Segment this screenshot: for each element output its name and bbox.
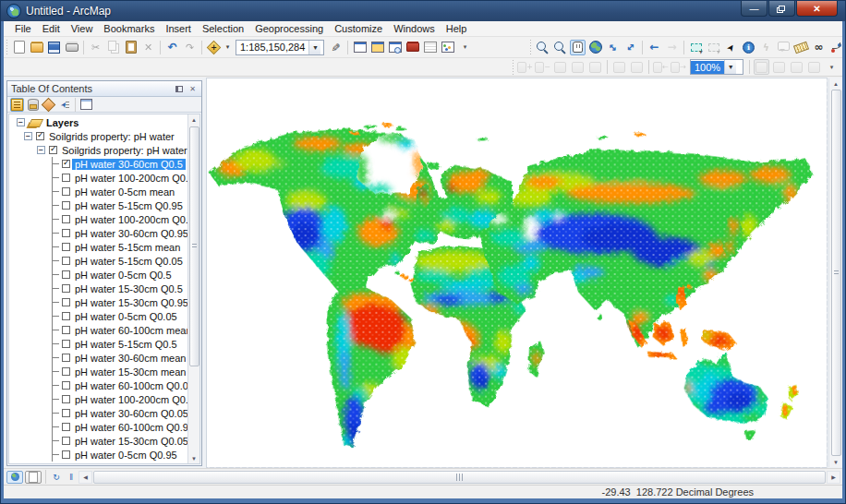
cut-button[interactable]: ✂ <box>88 40 103 55</box>
layout-back-button[interactable]: ← <box>653 59 669 75</box>
collapse-icon[interactable]: − <box>17 118 25 126</box>
layer-checkbox[interactable] <box>62 243 70 251</box>
paste-button[interactable] <box>123 40 139 55</box>
toc-scroll-thumb[interactable] <box>189 126 199 366</box>
layer-checkbox[interactable] <box>62 298 70 306</box>
select-features-button[interactable] <box>688 40 704 55</box>
layer-item[interactable]: pH water 15-30cm Q0.5 <box>9 282 199 295</box>
layer-label[interactable]: pH water 5-15cm Q0.95 <box>72 200 186 211</box>
layer-checkbox[interactable] <box>62 201 70 210</box>
zoom-in-button[interactable]: + <box>535 40 550 55</box>
layer-checkbox[interactable] <box>62 312 70 320</box>
catalog-window-button[interactable] <box>369 40 385 55</box>
measure-button[interactable] <box>793 40 809 55</box>
data-view-button[interactable] <box>6 471 23 484</box>
layer-item[interactable]: pH water 15-30cm Q0.05 <box>9 434 199 448</box>
full-extent-button[interactable] <box>587 40 603 55</box>
layer-checkbox[interactable] <box>62 354 70 362</box>
layout-zoom-out-button[interactable]: − <box>535 59 550 75</box>
layer-label[interactable]: pH water 15-30cm Q0.95 <box>72 297 191 308</box>
change-layout-button[interactable] <box>789 59 804 75</box>
minimize-button[interactable]: — <box>741 1 767 17</box>
toc-subgroup-node[interactable]: − Soilgrids property: pH water <box>9 143 199 157</box>
layer-item[interactable]: pH water 30-60cm Q0.5 <box>9 157 199 171</box>
layer-label[interactable]: pH water 30-60cm mean <box>72 353 188 364</box>
table-of-contents-window-button[interactable] <box>352 40 368 55</box>
toc-header[interactable]: Table Of Contents ✕ <box>7 81 201 97</box>
menu-help[interactable]: Help <box>441 22 473 35</box>
layout-view-button[interactable] <box>25 471 42 484</box>
list-by-selection-button[interactable] <box>57 98 71 112</box>
chevron-down-icon[interactable]: ▼ <box>308 41 320 54</box>
layer-item[interactable]: pH water 30-60cm Q0.05 <box>9 406 199 420</box>
layer-item[interactable]: pH water 60-100cm Q0.95 <box>9 420 199 434</box>
copy-button[interactable] <box>105 40 121 55</box>
title-bar[interactable]: Untitled - ArcMap — ✕ <box>1 1 845 21</box>
zoom-percent-combo-value[interactable]: 100% <box>691 61 724 74</box>
zoom-whole-page-button[interactable] <box>611 59 627 75</box>
layer-item[interactable]: pH water 0-5cm mean <box>9 185 199 198</box>
redo-button[interactable]: ↷ <box>182 40 198 55</box>
menu-customize[interactable]: Customize <box>329 22 388 35</box>
layer-checkbox[interactable] <box>62 437 70 445</box>
add-data-button[interactable] <box>206 40 222 55</box>
layer-label[interactable]: pH water 100-200cm Q0.05 <box>72 394 200 405</box>
layer-label[interactable]: pH water 60-100cm Q0.95 <box>72 422 197 433</box>
map-vertical-scrollbar[interactable]: ▲ ▼ <box>828 78 842 467</box>
layer-label[interactable]: pH water 0-5cm Q0.5 <box>72 270 175 281</box>
scroll-up-icon[interactable]: ▲ <box>191 114 197 125</box>
layer-item[interactable]: pH water 5-15cm Q0.5 <box>9 337 199 351</box>
menu-file[interactable]: File <box>9 22 37 35</box>
layer-item[interactable]: pH water 100-200cm Q0.5 <box>9 171 199 185</box>
select-elements-button[interactable] <box>723 40 739 55</box>
menu-selection[interactable]: Selection <box>197 22 249 35</box>
layer-label[interactable]: pH water 0-5cm mean <box>72 186 177 198</box>
layer-label[interactable]: pH water 100-200cm Q0.95 <box>72 214 200 225</box>
layer-item[interactable]: pH water 60-100cm mean <box>9 323 199 337</box>
list-by-drawing-order-button[interactable] <box>10 98 24 112</box>
toolbar-overflow[interactable]: ▾ <box>457 40 473 55</box>
layer-item[interactable]: pH water 100-200cm Q0.05 <box>9 392 199 406</box>
focus-data-frame-button[interactable] <box>771 59 787 75</box>
collapse-icon[interactable]: − <box>37 146 45 154</box>
add-data-dropdown[interactable]: ▾ <box>224 40 232 55</box>
menu-windows[interactable]: Windows <box>388 22 441 35</box>
scroll-down-icon[interactable]: ▼ <box>191 453 197 463</box>
layer-label[interactable]: pH water 0-5cm Q0.95 <box>72 450 180 461</box>
layer-item[interactable]: pH water 15-30cm mean <box>9 365 199 378</box>
toggle-draft-mode-button[interactable] <box>754 59 769 75</box>
pan-button[interactable] <box>570 40 586 55</box>
layer-checkbox[interactable] <box>62 284 70 293</box>
layer-item[interactable]: pH water 0-5cm Q0.95 <box>9 448 199 462</box>
toc-root-node[interactable]: − Layers <box>9 115 199 129</box>
delete-button[interactable]: ✕ <box>140 40 156 55</box>
menu-edit[interactable]: Edit <box>37 22 66 35</box>
layer-label[interactable]: pH water 30-60cm Q0.95 <box>72 228 191 239</box>
layer-checkbox[interactable] <box>62 326 70 334</box>
refresh-view-icon[interactable]: ↻ <box>49 473 64 482</box>
map-scale-combo[interactable]: 1:185,150,284▼ <box>236 40 324 55</box>
layer-label[interactable]: pH water 15-30cm Q0.05 <box>72 436 191 447</box>
layer-checkbox[interactable] <box>62 174 70 182</box>
html-popup-button[interactable] <box>776 40 792 55</box>
chevron-down-icon[interactable]: ▼ <box>724 60 736 74</box>
search-window-button[interactable] <box>387 40 403 55</box>
close-button[interactable]: ✕ <box>796 1 838 17</box>
fixed-zoom-out-button[interactable]: ↕ <box>619 36 641 58</box>
list-by-visibility-button[interactable] <box>42 98 55 112</box>
layer-checkbox[interactable] <box>62 450 70 459</box>
layer-checkbox[interactable] <box>62 270 70 279</box>
map-canvas[interactable] <box>206 78 828 468</box>
layer-checkbox[interactable] <box>62 367 70 376</box>
hyperlink-button[interactable]: ϟ <box>758 40 774 55</box>
layer-item[interactable]: pH water 60-100cm Q0.05 <box>9 378 199 392</box>
toolbar-overflow[interactable]: ▾ <box>824 59 840 75</box>
list-by-source-button[interactable] <box>26 98 40 112</box>
layer-checkbox[interactable] <box>62 340 70 348</box>
subgroup-checkbox[interactable] <box>49 146 57 154</box>
layout-fixed-zoom-out-button[interactable] <box>587 59 603 75</box>
go-back-extent-button[interactable]: ← <box>647 40 662 55</box>
editor-pencil-button[interactable]: ✎ <box>328 40 344 55</box>
toc-close-icon[interactable]: ✕ <box>187 84 198 94</box>
layout-fixed-zoom-in-button[interactable] <box>570 59 586 75</box>
